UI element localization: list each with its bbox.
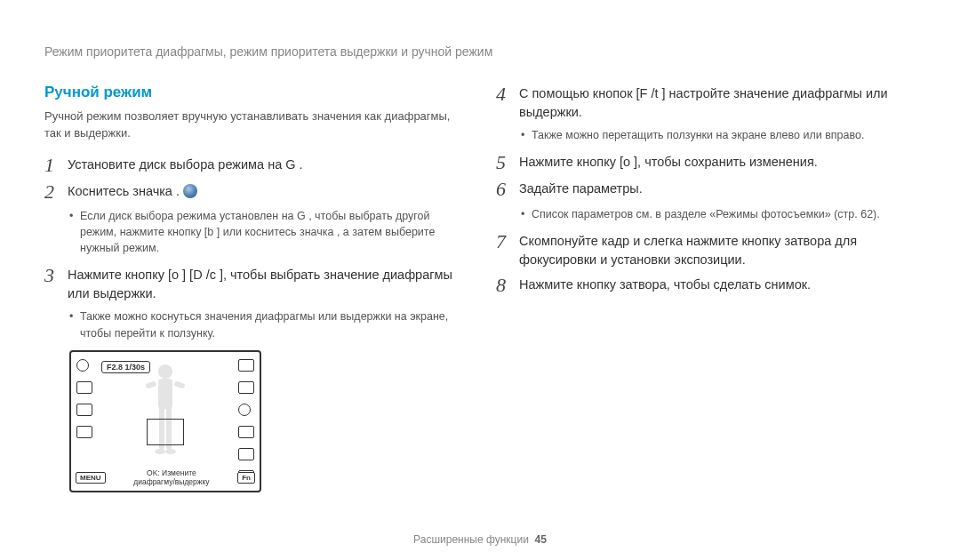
bullet-item: Если диск выбора режима установлен на G … — [69, 208, 464, 256]
step-text: Нажмите кнопку [o ], чтобы сохранить изм… — [519, 152, 916, 172]
svg-point-7 — [165, 449, 176, 454]
step-number: 1 — [44, 155, 68, 176]
fn-button-label: Fn — [237, 472, 255, 484]
page-number: 45 — [535, 533, 547, 546]
flash-icon — [238, 404, 251, 416]
step-number: 5 — [496, 152, 519, 173]
battery-icon — [238, 381, 254, 394]
lcd-right-icons — [238, 359, 254, 483]
step-number: 6 — [496, 179, 519, 200]
sub-bullets: Также можно перетащить ползунки на экран… — [521, 127, 916, 143]
bullet-item: Также можно перетащить ползунки на экран… — [521, 127, 916, 143]
step: 1 Установите диск выбора режима на G . — [44, 155, 464, 176]
lcd-bottom-bar: MENU OK: Измените диафрагму/выдержку Fn — [71, 466, 260, 491]
step-text: Коснитесь значка . — [68, 181, 464, 201]
step: 6 Задайте параметры. — [496, 179, 916, 200]
sub-bullets: Если диск выбора режима установлен на G … — [69, 208, 464, 256]
step-number: 7 — [496, 231, 519, 252]
section-title: Ручной режим — [44, 84, 464, 101]
step: 3 Нажмите кнопку [o ] [D /c ], чтобы выб… — [44, 265, 464, 303]
lcd-preview: F2.8 1/30s MENU — [69, 350, 261, 492]
menu-button-label: MENU — [76, 472, 106, 484]
sub-bullets: Список параметров см. в разделе «Режимы … — [521, 206, 916, 222]
step-text: С помощью кнопок [F /t ] настройте значе… — [519, 84, 916, 122]
step: 8 Нажмите кнопку затвора, чтобы сделать … — [496, 275, 916, 296]
mode-icon — [76, 359, 89, 372]
step-text: Установите диск выбора режима на G . — [68, 155, 464, 174]
focus-box-icon — [147, 419, 184, 445]
lcd-bottom-text: OK: Измените диафрагму/выдержку — [106, 469, 238, 487]
card-icon — [238, 359, 254, 372]
step: 5 Нажмите кнопку [o ], чтобы сохранить и… — [496, 152, 916, 173]
step: 7 Скомпонуйте кадр и слегка нажмите кноп… — [496, 231, 916, 269]
lcd-line2: диафрагму/выдержку — [133, 477, 209, 486]
footer-label: Расширенные функции — [413, 533, 529, 546]
right-column: 4 С помощью кнопок [F /t ] настройте зна… — [496, 84, 916, 492]
step-text: Скомпонуйте кадр и слегка нажмите кнопку… — [519, 231, 916, 269]
exposure-badge: F2.8 1/30s — [101, 361, 150, 373]
content-columns: Ручной режим Ручной режим позволяет вруч… — [44, 84, 916, 492]
svg-point-6 — [155, 449, 165, 454]
step-text: Задайте параметры. — [519, 179, 916, 198]
size-icon — [238, 426, 254, 438]
step-body-text: Коснитесь значка . — [68, 184, 180, 198]
step-text: Нажмите кнопку затвора, чтобы сделать сн… — [519, 275, 916, 294]
film-icon — [76, 404, 92, 416]
left-column: Ручной режим Ручной режим позволяет вруч… — [44, 84, 464, 492]
page-footer: Расширенные функции 45 — [0, 533, 960, 546]
intro-text: Ручной режим позволяет вручную устанавли… — [44, 108, 464, 142]
page-header: Режим приоритета диафрагмы, режим приори… — [44, 44, 916, 59]
step: 2 Коснитесь значка . — [44, 181, 464, 203]
svg-rect-3 — [173, 380, 185, 389]
person-silhouette-icon — [139, 361, 192, 468]
step: 4 С помощью кнопок [F /t ] настройте зна… — [496, 84, 916, 122]
bullet-text: Если диск выбора режима установлен на G … — [80, 210, 435, 254]
lcd-line1: OK: Измените — [147, 468, 196, 477]
camera-icon — [76, 381, 92, 394]
bullet-item: Также можно коснуться значения диафрагмы… — [69, 308, 464, 340]
step-text: Нажмите кнопку [o ] [D /c ], чтобы выбра… — [68, 265, 464, 303]
sub-bullets: Также можно коснуться значения диафрагмы… — [69, 308, 464, 340]
step-number: 8 — [496, 275, 519, 296]
bullet-item: Список параметров см. в разделе «Режимы … — [521, 206, 916, 222]
step-number: 3 — [44, 265, 68, 286]
globe-icon — [183, 184, 197, 198]
step-number: 4 — [496, 84, 519, 105]
lcd-left-icons — [76, 359, 92, 438]
svg-point-0 — [158, 364, 172, 379]
svg-rect-1 — [158, 379, 172, 409]
svg-rect-2 — [145, 380, 156, 389]
rec-icon — [76, 426, 92, 438]
hand-icon — [238, 448, 254, 460]
step-number: 2 — [44, 181, 68, 203]
